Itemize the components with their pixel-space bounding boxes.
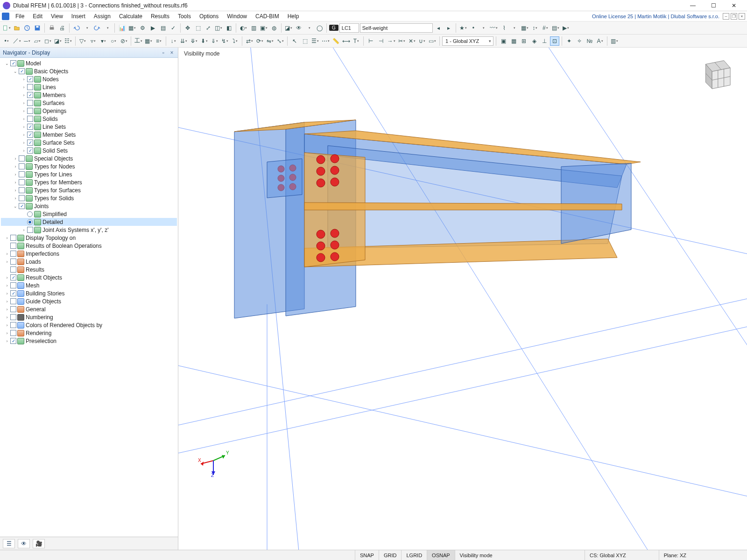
status-snap[interactable]: SNAP [355,550,379,560]
tree-radio[interactable] [27,219,33,225]
print-button[interactable] [47,23,56,33]
grid-settings-button[interactable]: ▦ [509,36,518,46]
render-opts-button[interactable]: ▣ [259,23,268,33]
check-button[interactable]: ✓ [169,23,178,33]
legend-button[interactable]: ▤ [551,23,560,33]
select-filter-button[interactable]: ☰ [310,36,320,46]
tree-checkbox[interactable] [19,155,25,161]
mdi-minimize-button[interactable]: – [723,13,729,20]
tree-twisty[interactable]: › [21,125,27,129]
tree-checkbox[interactable] [19,187,25,193]
values-button[interactable]: # [541,23,550,33]
tree-twisty[interactable]: › [4,259,10,264]
tree-twisty[interactable]: › [21,77,27,82]
tree-twisty[interactable]: › [4,299,10,304]
transparency-button[interactable]: ◍ [269,23,279,33]
new-member-button[interactable]: ─ [22,36,32,46]
tree-checkbox[interactable] [19,68,25,74]
menu-tools[interactable]: Tools [174,12,195,21]
status-visibility[interactable]: Visibility mode [455,550,497,560]
tree-checkbox[interactable] [10,322,16,328]
status-cs[interactable]: CS: Global XYZ [585,550,631,560]
calc-params-button[interactable]: ⚙ [138,23,147,33]
load-line-button[interactable]: ⇊ [179,36,188,46]
diagram-button[interactable]: 〰 [489,23,499,33]
nav-tab-eye[interactable]: 👁 [18,539,30,548]
global-axes-button[interactable]: ✧ [575,36,584,46]
next-loadcase-button[interactable]: ▸ [444,23,453,33]
view-cube[interactable] [697,56,733,92]
tree-item[interactable]: ›Guide Objects [1,297,177,305]
tree-item[interactable]: ›Lines [1,83,177,91]
menu-cad-bim[interactable]: CAD-BIM [251,12,283,21]
window-minimize-button[interactable]: — [683,0,703,11]
tree-checkbox[interactable] [27,140,33,146]
tree-item[interactable]: ›Preselection [1,337,177,345]
menu-app-icon[interactable] [2,13,9,20]
mirror-button[interactable]: ⇋ [265,36,275,46]
release-button[interactable]: ⊘ [119,36,128,46]
tree-item[interactable]: ›Mesh [1,281,177,289]
tree-twisty[interactable]: › [21,109,27,113]
undo-list-button[interactable] [82,23,92,33]
contour-button[interactable]: ▦ [520,23,529,33]
move-copy-button[interactable]: ⇄ [245,36,254,46]
tree-item[interactable]: ›Members [1,91,177,99]
tree-checkbox[interactable] [27,84,33,90]
tree-twisty[interactable]: › [4,236,10,240]
tree-item[interactable]: ›Types for Lines [1,170,177,178]
menu-view[interactable]: View [47,12,67,21]
region-button[interactable]: ▭ [428,36,437,46]
support-line-button[interactable]: ▿ [88,36,98,46]
viewport-3d[interactable]: Visibility mode [178,48,747,550]
show-results-button[interactable]: 📊 [117,23,127,33]
new-line-button[interactable]: ／ [12,36,21,46]
section-button[interactable]: 工 [134,36,143,46]
mdi-restore-button[interactable]: ❐ [731,13,737,20]
tree-item[interactable]: ›Joint Axis Systems x', y', z' [1,226,177,234]
tree-checkbox[interactable] [10,298,16,304]
tree-twisty[interactable]: › [21,117,27,121]
tree-item[interactable]: ›Special Objects [1,154,177,162]
prev-loadcase-button[interactable]: ◂ [434,23,443,33]
new-set-button[interactable]: ☷ [63,36,73,46]
tree-twisty[interactable]: › [12,172,19,177]
user-views-button[interactable]: ▥ [610,36,619,46]
tree-checkbox[interactable] [27,108,33,114]
text-button[interactable]: T [352,36,361,46]
status-grid[interactable]: GRID [379,550,402,560]
load-solid-button[interactable]: ⇓ [210,36,219,46]
tree-checkbox[interactable] [10,60,16,66]
support-node-button[interactable]: ▽ [78,36,87,46]
tree-checkbox[interactable] [10,259,16,265]
tree-twisty[interactable]: ⌄ [12,204,19,209]
tree-item[interactable]: ›Numbering [1,313,177,321]
visibility-button[interactable]: 👁 [294,23,303,33]
clip-plane-button[interactable]: ◪ [284,23,293,33]
view-direction-button[interactable]: ◫ [214,23,223,33]
load-surface-button[interactable]: ⬇ [199,36,209,46]
tree-checkbox[interactable] [27,227,33,233]
tree-item[interactable]: ›Colors of Rendered Objects by [1,321,177,329]
tree-item[interactable]: ›Types for Members [1,178,177,186]
tree-checkbox[interactable] [10,274,16,280]
wireframe-button[interactable]: ▥ [249,23,258,33]
tree-twisty[interactable]: › [12,164,19,169]
loadcase-name-field[interactable]: Self-weight [360,23,433,33]
menu-help[interactable]: Help [283,12,303,21]
tree-item[interactable]: ›Solids [1,115,177,123]
material-button[interactable]: ▦ [144,36,153,46]
tree-checkbox[interactable] [10,306,16,312]
measure-button[interactable]: 📏 [331,36,340,46]
tree-item[interactable]: ›Result Objects [1,273,177,281]
scale-obj-button[interactable]: ⤡ [275,36,285,46]
zoom-window-button[interactable]: ⬚ [193,23,203,33]
global-transp-button[interactable]: ◯ [315,23,324,33]
table-button[interactable]: ▦ [127,23,137,33]
select-window-button[interactable]: ⬚ [300,36,310,46]
new-surface-button[interactable]: ▱ [33,36,42,46]
tree-item[interactable]: ›Solid Sets [1,147,177,154]
grid-show-button[interactable]: ⊞ [519,36,529,46]
window-maximize-button[interactable]: ☐ [703,0,724,11]
tree-item[interactable]: ›Loads [1,258,177,266]
